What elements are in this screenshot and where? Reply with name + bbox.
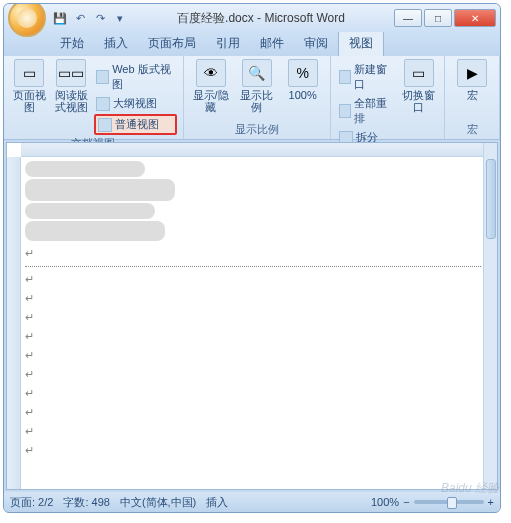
page-view-label: 页面视图 bbox=[10, 89, 48, 113]
window-small-items: 新建窗口 全部重排 拆分 bbox=[337, 59, 396, 146]
zoom-slider[interactable] bbox=[414, 500, 484, 504]
new-window-button[interactable]: 新建窗口 bbox=[337, 61, 396, 93]
macros-label: 宏 bbox=[467, 89, 478, 101]
close-button[interactable]: ✕ bbox=[454, 9, 496, 27]
maximize-button[interactable]: □ bbox=[424, 9, 452, 27]
group-macros-label: 宏 bbox=[451, 121, 493, 138]
page-view-icon: ▭ bbox=[14, 59, 44, 87]
vertical-scrollbar[interactable] bbox=[483, 143, 497, 489]
outline-view-icon bbox=[96, 97, 110, 111]
redacted-text bbox=[25, 161, 145, 177]
hundred-label: 100% bbox=[289, 89, 317, 101]
tab-view[interactable]: 视图 bbox=[338, 30, 384, 56]
zoom-button[interactable]: 🔍 显示比例 bbox=[236, 59, 278, 113]
switch-window-icon: ▭ bbox=[404, 59, 434, 87]
status-words[interactable]: 字数: 498 bbox=[63, 495, 109, 510]
minimize-button[interactable]: — bbox=[394, 9, 422, 27]
ribbon-tabs: 开始 插入 页面布局 引用 邮件 审阅 视图 bbox=[4, 32, 500, 56]
reading-view-label: 阅读版式视图 bbox=[52, 89, 90, 113]
zoom-controls: 100% − + bbox=[371, 496, 494, 508]
show-hide-label: 显示/隐藏 bbox=[190, 89, 232, 113]
reading-view-icon: ▭▭ bbox=[56, 59, 86, 87]
horizontal-ruler[interactable] bbox=[21, 143, 483, 157]
window-title: 百度经验.docx - Microsoft Word bbox=[128, 10, 394, 27]
title-bar: 💾 ↶ ↷ ▾ 百度经验.docx - Microsoft Word — □ ✕ bbox=[4, 4, 500, 32]
watermark: Baidu 经验 bbox=[441, 480, 499, 497]
show-hide-icon: 👁 bbox=[196, 59, 226, 87]
group-document-views: ▭ 页面视图 ▭▭ 阅读版式视图 Web 版式视图 大纲视图 普通视图 文档视图 bbox=[4, 56, 184, 139]
reading-view-button[interactable]: ▭▭ 阅读版式视图 bbox=[52, 59, 90, 135]
paragraph-mark: ↵ bbox=[25, 425, 481, 438]
hundred-percent-button[interactable]: % 100% bbox=[282, 59, 324, 113]
new-window-icon bbox=[339, 70, 352, 84]
switch-window-button[interactable]: ▭ 切换窗口 bbox=[400, 59, 438, 146]
paragraph-mark: ↵ bbox=[25, 349, 481, 362]
document-area: ↵ ↵ ↵ ↵ ↵ ↵ ↵ ↵ ↵ ↵ ↵ bbox=[6, 142, 498, 490]
web-view-label: Web 版式视图 bbox=[112, 62, 174, 92]
macros-button[interactable]: ▶ 宏 bbox=[451, 59, 493, 101]
arrange-label: 全部重排 bbox=[354, 96, 393, 126]
status-bar: 页面: 2/2 字数: 498 中文(简体,中国) 插入 100% − + bbox=[4, 492, 500, 512]
web-view-icon bbox=[96, 70, 109, 84]
arrange-icon bbox=[339, 104, 352, 118]
redacted-text bbox=[25, 203, 155, 219]
redacted-text bbox=[25, 221, 165, 241]
tab-insert[interactable]: 插入 bbox=[94, 31, 138, 56]
zoom-icon: 🔍 bbox=[242, 59, 272, 87]
scroll-thumb[interactable] bbox=[486, 159, 496, 239]
office-logo-icon bbox=[17, 8, 37, 28]
tab-references[interactable]: 引用 bbox=[206, 31, 250, 56]
group-macros: ▶ 宏 宏 bbox=[445, 56, 500, 139]
paragraph-mark: ↵ bbox=[25, 292, 481, 305]
redo-icon[interactable]: ↷ bbox=[92, 10, 108, 26]
view-small-items: Web 版式视图 大纲视图 普通视图 bbox=[94, 59, 176, 135]
tab-start[interactable]: 开始 bbox=[50, 31, 94, 56]
zoom-out-button[interactable]: − bbox=[403, 496, 409, 508]
tab-mailings[interactable]: 邮件 bbox=[250, 31, 294, 56]
paragraph-mark: ↵ bbox=[25, 273, 481, 286]
quick-access-toolbar: 💾 ↶ ↷ ▾ bbox=[52, 10, 128, 26]
group-window: 新建窗口 全部重排 拆分 ▭ 切换窗口 窗口 bbox=[331, 56, 445, 139]
undo-icon[interactable]: ↶ bbox=[72, 10, 88, 26]
outline-view-button[interactable]: 大纲视图 bbox=[94, 95, 176, 112]
status-language[interactable]: 中文(简体,中国) bbox=[120, 495, 196, 510]
redacted-text bbox=[25, 179, 175, 201]
zoom-value[interactable]: 100% bbox=[371, 496, 399, 508]
tab-page-layout[interactable]: 页面布局 bbox=[138, 31, 206, 56]
hundred-icon: % bbox=[288, 59, 318, 87]
arrange-all-button[interactable]: 全部重排 bbox=[337, 95, 396, 127]
paragraph-mark: ↵ bbox=[25, 406, 481, 419]
office-button[interactable] bbox=[8, 3, 46, 37]
group-zoom: 👁 显示/隐藏 🔍 显示比例 % 100% 显示比例 bbox=[184, 56, 331, 139]
show-hide-button[interactable]: 👁 显示/隐藏 bbox=[190, 59, 232, 113]
paragraph-mark: ↵ bbox=[25, 247, 481, 260]
save-icon[interactable]: 💾 bbox=[52, 10, 68, 26]
paragraph-mark: ↵ bbox=[25, 444, 481, 457]
paragraph-mark: ↵ bbox=[25, 330, 481, 343]
tab-review[interactable]: 审阅 bbox=[294, 31, 338, 56]
window-controls: — □ ✕ bbox=[394, 9, 496, 27]
zoom-label: 显示比例 bbox=[236, 89, 278, 113]
section-break bbox=[25, 266, 481, 267]
paragraph-mark: ↵ bbox=[25, 368, 481, 381]
web-view-button[interactable]: Web 版式视图 bbox=[94, 61, 176, 93]
zoom-in-button[interactable]: + bbox=[488, 496, 494, 508]
document-content[interactable]: ↵ ↵ ↵ ↵ ↵ ↵ ↵ ↵ ↵ ↵ ↵ bbox=[25, 159, 481, 487]
qat-dropdown-icon[interactable]: ▾ bbox=[112, 10, 128, 26]
paragraph-mark: ↵ bbox=[25, 311, 481, 324]
paragraph-mark: ↵ bbox=[25, 387, 481, 400]
ribbon: ▭ 页面视图 ▭▭ 阅读版式视图 Web 版式视图 大纲视图 普通视图 文档视图… bbox=[4, 56, 500, 140]
page-view-button[interactable]: ▭ 页面视图 bbox=[10, 59, 48, 135]
vertical-ruler[interactable] bbox=[7, 157, 21, 489]
normal-view-icon bbox=[98, 118, 112, 132]
switch-window-label: 切换窗口 bbox=[400, 89, 438, 113]
status-insert-mode[interactable]: 插入 bbox=[206, 495, 228, 510]
group-zoom-label: 显示比例 bbox=[190, 121, 324, 138]
status-page[interactable]: 页面: 2/2 bbox=[10, 495, 53, 510]
normal-view-label: 普通视图 bbox=[115, 117, 159, 132]
new-window-label: 新建窗口 bbox=[354, 62, 393, 92]
normal-view-button[interactable]: 普通视图 bbox=[94, 114, 176, 135]
macros-icon: ▶ bbox=[457, 59, 487, 87]
word-window: 💾 ↶ ↷ ▾ 百度经验.docx - Microsoft Word — □ ✕… bbox=[3, 3, 501, 513]
outline-view-label: 大纲视图 bbox=[113, 96, 157, 111]
